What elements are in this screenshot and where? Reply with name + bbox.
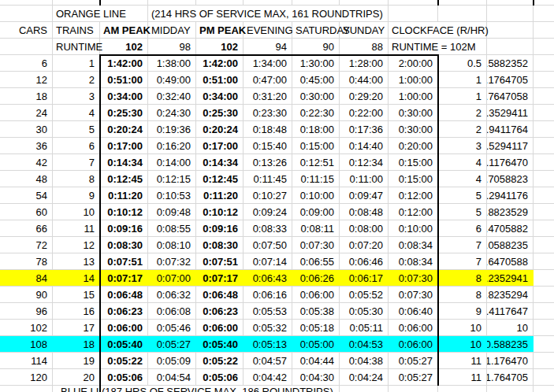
cell-roundtrips-exact[interactable]: 10 xyxy=(487,320,534,335)
cell-sunday[interactable]: 0:04:53 xyxy=(340,336,389,352)
cell-am-peak[interactable]: 0:08:30 xyxy=(100,237,148,253)
cell-roundtrips-per-hour[interactable]: 1 xyxy=(438,72,487,87)
cell-midday[interactable]: 0:14:00 xyxy=(148,154,196,170)
cell-clockface[interactable]: 0:30:00 xyxy=(389,121,438,137)
cell-pm-peak[interactable]: 0:08:30 xyxy=(196,237,244,253)
cell-am-peak[interactable]: 0:10:12 xyxy=(100,204,148,220)
cell-am-peak[interactable]: 0:07:51 xyxy=(100,253,148,269)
cell-roundtrips-exact[interactable]: 3.5294117 xyxy=(487,138,534,153)
cell-am-peak[interactable]: 0:06:00 xyxy=(100,320,148,335)
cell-clockface[interactable]: 0:15:00 xyxy=(389,171,438,187)
cell-sunday[interactable]: 0:44:00 xyxy=(340,72,389,87)
header-pm-peak[interactable]: PM PEAK xyxy=(196,22,244,38)
cell-clockface[interactable]: 0:08:34 xyxy=(389,237,438,253)
cell-pm-peak[interactable]: 0:10:12 xyxy=(196,204,244,220)
cell-clockface[interactable]: 0:12:00 xyxy=(389,204,438,220)
cell-sunday[interactable]: 0:17:36 xyxy=(340,121,389,137)
header-clockface[interactable]: CLOCKFACE (R/HR) xyxy=(389,22,487,38)
cell-midday[interactable]: 0:05:09 xyxy=(148,353,196,368)
cell-trains[interactable]: 19 xyxy=(53,353,100,368)
cell-roundtrips-per-hour[interactable]: 11 xyxy=(438,353,487,368)
cell-pm-peak[interactable]: 0:06:00 xyxy=(196,320,244,335)
cell-clockface[interactable]: 1:00:00 xyxy=(389,72,438,87)
cell[interactable] xyxy=(438,6,487,21)
cell-roundtrips-per-hour[interactable]: 7 xyxy=(438,253,487,269)
cell-saturday[interactable]: 0:06:55 xyxy=(292,253,340,269)
cell-saturday[interactable]: 0:12:51 xyxy=(292,154,340,170)
runtime-pm-peak[interactable]: 102 xyxy=(196,39,244,54)
cell-saturday[interactable]: 0:22:30 xyxy=(292,105,340,120)
cell-roundtrips-per-hour[interactable]: 6 xyxy=(438,220,487,236)
cell-roundtrips-per-hour[interactable]: 8 xyxy=(438,287,487,302)
cell-clockface[interactable]: 0:30:00 xyxy=(389,105,438,120)
cell-evening[interactable]: 0:08:33 xyxy=(244,220,292,236)
cell-evening[interactable]: 0:31:20 xyxy=(244,88,292,104)
cell-clockface[interactable]: 0:06:40 xyxy=(389,303,438,319)
header-midday[interactable]: MIDDAY xyxy=(148,22,196,38)
cell-midday[interactable]: 0:10:53 xyxy=(148,187,196,203)
cell[interactable] xyxy=(487,39,534,54)
cell-sunday[interactable]: 0:22:00 xyxy=(340,105,389,120)
cell-trains[interactable]: 3 xyxy=(53,88,100,104)
cell-trains[interactable]: 11 xyxy=(53,220,100,236)
cell-roundtrips-exact[interactable]: 4.7058823 xyxy=(487,171,534,187)
cell-am-peak[interactable]: 0:20:24 xyxy=(100,121,148,137)
cell-roundtrips-per-hour[interactable]: 2 xyxy=(438,121,487,137)
header-cars[interactable]: CARS xyxy=(0,22,53,38)
cell-saturday[interactable]: 0:15:00 xyxy=(292,138,340,153)
cell-evening[interactable]: 0:06:43 xyxy=(244,270,292,286)
cell-am-peak[interactable]: 0:09:16 xyxy=(100,220,148,236)
header-saturday[interactable]: SATURDAY xyxy=(292,22,340,38)
cell-trains[interactable]: 2 xyxy=(53,72,100,87)
cell-trains[interactable]: 17 xyxy=(53,320,100,335)
cell-cars[interactable]: 12 xyxy=(0,72,53,87)
cell-midday[interactable]: 0:06:08 xyxy=(148,303,196,319)
cell-trains[interactable]: 18 xyxy=(53,336,100,352)
cell-sunday[interactable]: 0:07:20 xyxy=(340,237,389,253)
cell-evening[interactable]: 0:47:00 xyxy=(244,72,292,87)
cell-clockface[interactable]: 0:15:00 xyxy=(389,154,438,170)
cell-cars[interactable]: 114 xyxy=(0,353,53,368)
cell-saturday[interactable]: 0:08:11 xyxy=(292,220,340,236)
cell-roundtrips-per-hour[interactable]: 1 xyxy=(438,88,487,104)
cell-midday[interactable]: 0:06:32 xyxy=(148,287,196,302)
cell-pm-peak[interactable]: 0:11:20 xyxy=(196,187,244,203)
cell-saturday[interactable]: 0:04:30 xyxy=(292,369,340,385)
cell-midday[interactable]: 0:08:55 xyxy=(148,220,196,236)
cell-cars[interactable]: 24 xyxy=(0,105,53,120)
cell-evening[interactable]: 0:05:53 xyxy=(244,303,292,319)
cell-am-peak[interactable]: 0:12:45 xyxy=(100,171,148,187)
cell-cars[interactable]: 96 xyxy=(0,303,53,319)
cell-trains[interactable]: 10 xyxy=(53,204,100,220)
cell-sunday[interactable]: 0:29:20 xyxy=(340,88,389,104)
cell-cars[interactable]: 6 xyxy=(0,55,53,71)
line-name-cell[interactable]: ORANGE LINE xyxy=(53,6,148,21)
cell-clockface[interactable]: 1:00:00 xyxy=(389,88,438,104)
cell-roundtrips-exact[interactable]: 10.588235 xyxy=(487,336,534,352)
cell-sunday[interactable]: 0:06:17 xyxy=(340,270,389,286)
cell-am-peak[interactable]: 0:07:17 xyxy=(100,270,148,286)
cell-cars[interactable]: 54 xyxy=(0,187,53,203)
cell-evening[interactable]: 0:05:13 xyxy=(244,336,292,352)
cell-cars[interactable]: 48 xyxy=(0,171,53,187)
cell-trains[interactable]: 12 xyxy=(53,237,100,253)
cell-trains[interactable]: 1 xyxy=(53,55,100,71)
cell-trains[interactable]: 16 xyxy=(53,303,100,319)
cell-evening[interactable]: 0:15:40 xyxy=(244,138,292,153)
cell-clockface[interactable]: 2:00:00 xyxy=(389,55,438,71)
cell-pm-peak[interactable]: 1:42:00 xyxy=(196,55,244,71)
cell-evening[interactable]: 0:09:24 xyxy=(244,204,292,220)
cell-roundtrips-per-hour[interactable]: 7 xyxy=(438,237,487,253)
cell-clockface[interactable]: 0:06:00 xyxy=(389,320,438,335)
cell-trains[interactable]: 8 xyxy=(53,171,100,187)
cell-roundtrips-per-hour[interactable]: 5 xyxy=(438,204,487,220)
cell-saturday[interactable]: 0:05:00 xyxy=(292,336,340,352)
cell-roundtrips-exact[interactable]: 6.4705882 xyxy=(487,220,534,236)
cell-roundtrips-exact[interactable]: 11.176470 xyxy=(487,353,534,368)
runtime-sunday[interactable]: 88 xyxy=(340,39,389,54)
cell-cars[interactable]: 42 xyxy=(0,154,53,170)
cell-roundtrips-per-hour[interactable]: 4 xyxy=(438,171,487,187)
cell-midday[interactable]: 0:07:32 xyxy=(148,253,196,269)
cell-evening[interactable]: 0:18:48 xyxy=(244,121,292,137)
cell-roundtrips-exact[interactable]: 11.764705 xyxy=(487,369,534,385)
